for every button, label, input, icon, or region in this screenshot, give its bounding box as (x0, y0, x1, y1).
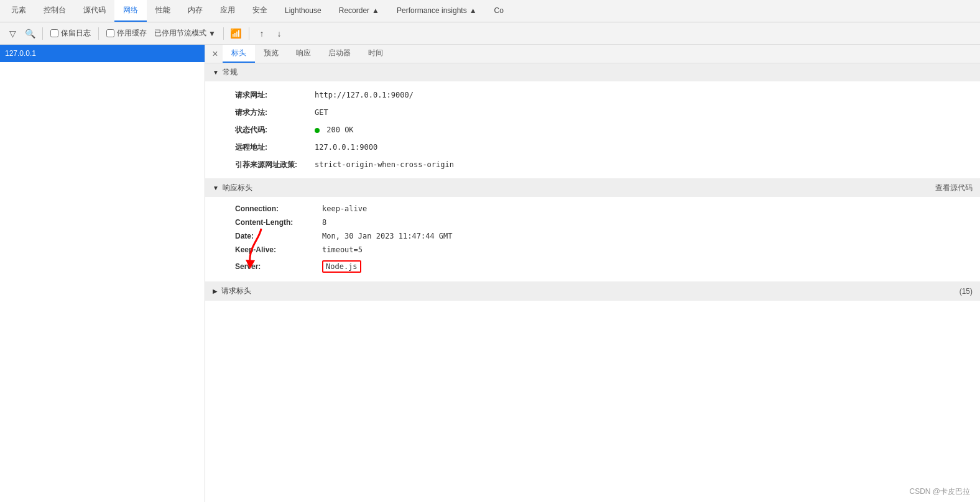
tab-recorder[interactable]: Recorder ▲ (330, 0, 388, 22)
separator-4 (249, 27, 249, 40)
sub-tab-timing[interactable]: 时间 (359, 45, 392, 63)
preserve-log-checkbox[interactable] (50, 29, 58, 37)
tab-memory[interactable]: 内存 (179, 0, 211, 22)
view-source-link[interactable]: 查看源代码 (935, 183, 973, 193)
response-headers-section: ▼ 响应标头 查看源代码 Connection: keep-alive Cont… (205, 179, 980, 282)
throttle-dropdown-icon: ▼ (208, 29, 216, 38)
tab-security[interactable]: 安全 (244, 0, 276, 22)
header-value-server: Node.js (322, 260, 361, 273)
download-icon[interactable]: ↓ (272, 26, 287, 41)
field-value-request-method: GET (315, 107, 328, 118)
request-item-selected[interactable]: 127.0.0.1 (0, 45, 205, 62)
general-section-header[interactable]: ▼ 常规 (205, 63, 980, 81)
response-headers-section-arrow: ▼ (213, 185, 219, 191)
status-dot-green (315, 128, 320, 133)
header-row-keep-alive: Keep-Alive: timeout=5 (205, 243, 980, 257)
tab-bar: 元素 控制台 源代码 网络 性能 内存 应用 安全 Lighthouse Rec… (0, 0, 980, 22)
field-value-remote-address: 127.0.0.1:9000 (315, 142, 377, 153)
header-value-content-length: 8 (322, 218, 326, 227)
response-headers-section-header[interactable]: ▼ 响应标头 查看源代码 (205, 179, 980, 197)
field-row-request-method: 请求方法: GET (205, 104, 980, 121)
request-headers-section: ▶ 请求标头 (15) (205, 282, 980, 301)
left-panel: 127.0.0.1 (0, 45, 205, 502)
disable-cache-label[interactable]: 停用缓存 (104, 28, 149, 39)
field-value-referrer-policy: strict-origin-when-cross-origin (315, 159, 454, 170)
field-row-request-url: 请求网址: http://127.0.0.1:9000/ (205, 86, 980, 104)
field-name-request-method: 请求方法: (235, 107, 310, 118)
header-row-date: Date: Mon, 30 Jan 2023 11:47:44 GMT (205, 229, 980, 243)
tab-elements[interactable]: 元素 (2, 0, 35, 22)
disable-cache-checkbox[interactable] (106, 29, 114, 37)
filter-icon[interactable]: ▽ (5, 26, 20, 41)
header-name-connection: Connection: (235, 204, 322, 213)
header-row-content-length: Content-Length: 8 (205, 216, 980, 229)
header-row-server: Server: Node.js (205, 257, 980, 276)
tab-console[interactable]: 控制台 (35, 0, 75, 22)
throttle-button[interactable]: 已停用节流模式 ▼ (152, 27, 218, 40)
general-section-title: 常规 (223, 67, 238, 78)
tab-more[interactable]: Co (486, 0, 512, 22)
separator-3 (223, 27, 224, 40)
request-headers-section-header[interactable]: ▶ 请求标头 (15) (205, 282, 980, 300)
header-value-connection: keep-alive (322, 204, 367, 213)
content-area: ▼ 常规 请求网址: http://127.0.0.1:9000/ 请求方法: … (205, 63, 980, 502)
field-value-status-code: 200 OK (315, 124, 354, 135)
tab-application[interactable]: 应用 (211, 0, 244, 22)
sub-tab-response[interactable]: 响应 (287, 45, 320, 63)
separator-2 (98, 27, 99, 40)
wifi-icon[interactable]: 📶 (229, 26, 244, 41)
preserve-log-label[interactable]: 保留日志 (48, 28, 93, 39)
header-value-date: Mon, 30 Jan 2023 11:47:44 GMT (322, 232, 453, 240)
red-arrow-annotation (243, 226, 280, 271)
main-area: 127.0.0.1 × 标头 预览 响应 启动器 时间 ▼ 常规 (0, 45, 980, 502)
tab-performance[interactable]: 性能 (147, 0, 179, 22)
field-name-referrer-policy: 引荐来源网址政策: (235, 159, 310, 170)
search-icon[interactable]: 🔍 (22, 26, 37, 41)
response-headers-content: Connection: keep-alive Content-Length: 8… (205, 197, 980, 281)
field-value-request-url: http://127.0.0.1:9000/ (315, 89, 414, 101)
field-row-status-code: 状态代码: 200 OK (205, 121, 980, 139)
watermark: CSDN @卡皮巴拉 (909, 486, 970, 497)
tab-lighthouse[interactable]: Lighthouse (276, 0, 330, 22)
response-headers-section-title: 响应标头 (223, 183, 252, 193)
request-headers-section-title: 请求标头 (221, 286, 251, 296)
header-row-connection: Connection: keep-alive (205, 202, 980, 216)
header-value-keep-alive: timeout=5 (322, 245, 363, 254)
sub-tab-initiator[interactable]: 启动器 (320, 45, 359, 63)
request-headers-count: (15) (959, 287, 973, 296)
general-section-content: 请求网址: http://127.0.0.1:9000/ 请求方法: GET 状… (205, 81, 980, 178)
performance-insights-badge: ▲ (469, 6, 477, 15)
field-row-referrer-policy: 引荐来源网址政策: strict-origin-when-cross-origi… (205, 156, 980, 173)
field-name-status-code: 状态代码: (235, 124, 310, 135)
tab-network[interactable]: 网络 (114, 0, 147, 22)
sub-tab-preview[interactable]: 预览 (255, 45, 287, 63)
field-name-remote-address: 远程地址: (235, 142, 310, 153)
recorder-badge: ▲ (372, 6, 379, 15)
toolbar: ▽ 🔍 保留日志 停用缓存 已停用节流模式 ▼ 📶 ↑ ↓ (0, 22, 980, 45)
tab-sources[interactable]: 源代码 (75, 0, 114, 22)
close-panel-button[interactable]: × (208, 47, 223, 62)
request-headers-section-arrow: ▶ (213, 288, 218, 294)
separator-1 (42, 27, 43, 40)
general-section: ▼ 常规 请求网址: http://127.0.0.1:9000/ 请求方法: … (205, 63, 980, 179)
tab-performance-insights[interactable]: Performance insights ▲ (388, 0, 486, 22)
field-name-request-url: 请求网址: (235, 89, 310, 101)
general-section-arrow: ▼ (213, 69, 219, 76)
sub-tab-headers[interactable]: 标头 (223, 45, 255, 63)
right-panel: × 标头 预览 响应 启动器 时间 ▼ 常规 请求网址: http://127.… (205, 45, 980, 502)
sub-tab-bar: × 标头 预览 响应 启动器 时间 (205, 45, 980, 63)
field-row-remote-address: 远程地址: 127.0.0.1:9000 (205, 139, 980, 156)
upload-icon[interactable]: ↑ (254, 26, 269, 41)
svg-marker-0 (246, 260, 255, 269)
